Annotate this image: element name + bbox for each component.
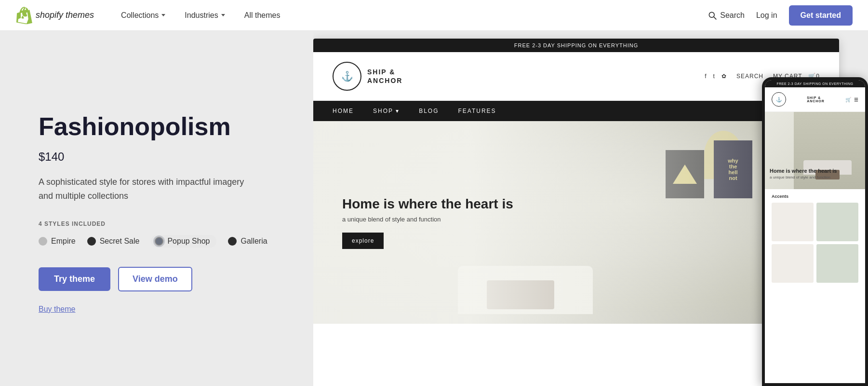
style-dot-galleria <box>228 237 237 246</box>
style-dot-secret-sale <box>87 237 96 246</box>
navbar-links: Collections Industries All themes <box>113 7 708 24</box>
chevron-down-icon <box>221 14 225 16</box>
demo-explore-button[interactable]: explore <box>342 233 384 249</box>
login-link[interactable]: Log in <box>756 11 777 20</box>
style-popup-shop[interactable]: Popup Shop <box>151 235 216 248</box>
mobile-header-icons: 🛒 ☰ <box>845 97 858 102</box>
style-dot-empire <box>39 237 47 246</box>
navbar: shopify themes Collections Industries Al… <box>0 0 868 31</box>
mobile-card-4 <box>816 244 858 283</box>
search-button[interactable]: Search <box>708 11 745 20</box>
demo-hero-title: Home is where the heart is <box>342 196 513 212</box>
demo-hero: whythehellnot Home is where the heart is… <box>313 121 839 324</box>
mobile-card-3 <box>772 244 814 283</box>
demo-header: ⚓ SHIP & ANCHOR f t ✿ SEARCH MY CART 🛒0 <box>313 52 839 101</box>
mobile-section-title: Accents <box>772 194 858 199</box>
style-popup-shop-label: Popup Shop <box>167 237 210 246</box>
style-dot-popup-shop <box>155 237 163 246</box>
buy-theme-link[interactable]: Buy theme <box>39 305 284 314</box>
demo-top-bar: FREE 2-3 DAY SHIPPING ON EVERYTHING <box>313 39 839 52</box>
mobile-logo-text: SHIP & ANCHOR <box>807 96 825 103</box>
demo-hero-overlay: Home is where the heart is a unique blen… <box>313 177 542 268</box>
action-buttons: Try theme View demo <box>39 267 284 291</box>
theme-description: A sophisticated style for stores with im… <box>39 175 260 203</box>
demo-logo-area: ⚓ SHIP & ANCHOR <box>333 62 402 91</box>
mobile-card-2 <box>816 203 858 241</box>
chevron-down-icon <box>161 14 165 16</box>
mobile-preview: FREE 2-3 DAY SHIPPING ON EVERYTHING ⚓ SH… <box>762 77 868 386</box>
style-empire[interactable]: Empire <box>39 237 76 246</box>
theme-price: $140 <box>39 150 284 164</box>
mobile-hero: Home is where the heart is a unique blen… <box>765 112 865 189</box>
demo-search: SEARCH <box>736 73 763 80</box>
right-panel: FREE 2-3 DAY SHIPPING ON EVERYTHING ⚓ SH… <box>313 31 868 386</box>
mobile-hero-sub: a unique blend of style and function <box>770 175 860 179</box>
demo-nav: HOME SHOP ▾ BLOG FEATURES <box>313 101 839 121</box>
mobile-section: Accents <box>765 189 865 288</box>
demo-logo-circle: ⚓ <box>333 62 361 91</box>
demo-nav-features: FEATURES <box>458 108 496 114</box>
mobile-hero-content: Home is where the heart is a unique blen… <box>770 168 860 179</box>
demo-nav-blog: BLOG <box>419 108 439 114</box>
get-started-button[interactable]: Get started <box>789 5 853 26</box>
search-icon <box>708 11 717 20</box>
collections-link[interactable]: Collections <box>113 7 173 24</box>
left-panel: Fashionopolism $140 A sophisticated styl… <box>0 31 313 386</box>
social-icons: f t ✿ <box>705 73 727 80</box>
desktop-preview: FREE 2-3 DAY SHIPPING ON EVERYTHING ⚓ SH… <box>313 39 839 386</box>
mobile-grid <box>772 203 858 283</box>
logo-link[interactable]: shopify themes <box>15 7 94 24</box>
style-secret-sale-label: Secret Sale <box>100 237 140 246</box>
styles-label: 4 STYLES INCLUDED <box>39 221 284 227</box>
demo-nav-shop: SHOP ▾ <box>373 108 400 114</box>
industries-link[interactable]: Industries <box>177 7 232 24</box>
mobile-top-bar: FREE 2-3 DAY SHIPPING ON EVERYTHING <box>765 80 865 87</box>
mobile-logo-circle: ⚓ <box>772 92 786 107</box>
theme-title: Fashionopolism <box>39 113 284 140</box>
style-galleria-label: Galleria <box>240 237 267 246</box>
preview-wrapper: FREE 2-3 DAY SHIPPING ON EVERYTHING ⚓ SH… <box>313 39 868 386</box>
demo-logo-text: SHIP & ANCHOR <box>367 68 402 85</box>
mobile-card-1 <box>772 203 814 241</box>
mobile-inner: FREE 2-3 DAY SHIPPING ON EVERYTHING ⚓ SH… <box>765 80 865 383</box>
styles-list: Empire Secret Sale Popup Shop Galleria <box>39 235 284 248</box>
navbar-right: Search Log in Get started <box>708 5 853 26</box>
logo-text: shopify themes <box>36 10 94 20</box>
style-empire-label: Empire <box>51 237 76 246</box>
demo-hero-sub: a unique blend of style and function <box>342 216 513 223</box>
view-demo-button[interactable]: View demo <box>118 267 192 291</box>
svg-point-0 <box>709 12 715 17</box>
all-themes-link[interactable]: All themes <box>237 7 288 24</box>
svg-line-1 <box>714 16 716 19</box>
mobile-hero-title: Home is where the heart is <box>770 168 860 174</box>
style-secret-sale[interactable]: Secret Sale <box>87 237 140 246</box>
mobile-header: ⚓ SHIP & ANCHOR 🛒 ☰ <box>765 87 865 112</box>
try-theme-button[interactable]: Try theme <box>39 267 110 291</box>
main-content: Fashionopolism $140 A sophisticated styl… <box>0 31 868 386</box>
style-galleria[interactable]: Galleria <box>228 237 267 246</box>
shopify-logo-icon <box>15 7 33 24</box>
demo-nav-home: HOME <box>333 108 354 114</box>
